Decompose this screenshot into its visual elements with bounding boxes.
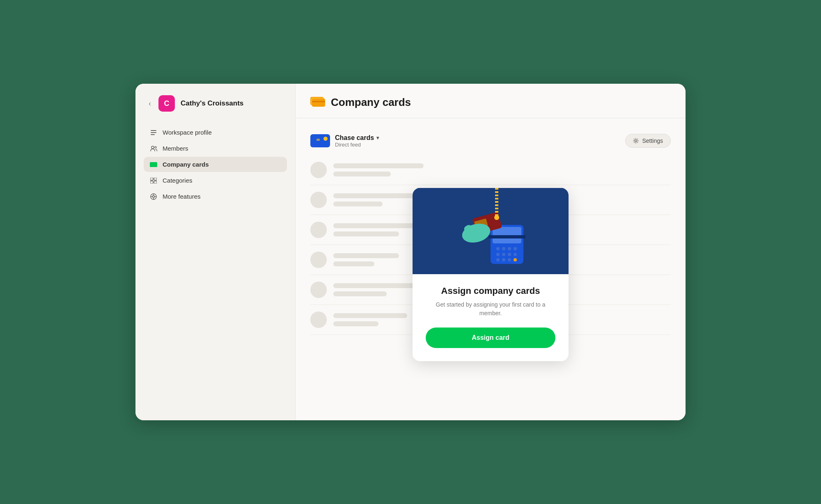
skeleton-line [333,313,407,318]
skeleton-line [333,202,383,206]
skeleton-lines-4 [333,253,399,266]
svg-point-36 [496,258,500,261]
card-selector[interactable]: Chase cards ▾ Direct feed [310,134,379,148]
content-area: Chase cards ▾ Direct feed Settings [296,118,686,370]
svg-point-37 [502,258,505,261]
svg-rect-46 [488,235,525,238]
sidebar-label-more-features: More features [163,193,201,200]
svg-point-3 [151,146,154,149]
svg-rect-11 [154,181,157,183]
chase-card-icon [310,134,330,147]
svg-rect-10 [150,181,153,183]
sidebar-label-workspace-profile: Workspace profile [163,129,212,136]
gear-icon [633,138,639,144]
modal-description: Get started by assigning your first card… [426,300,555,318]
svg-rect-21 [312,101,325,102]
sidebar-item-categories[interactable]: Categories [144,173,287,188]
svg-point-35 [514,253,517,256]
categories-icon [149,178,158,183]
skeleton-avatar-1 [310,162,327,178]
more-features-icon [149,193,158,200]
svg-point-24 [635,140,637,142]
skeleton-line [333,283,420,288]
nav-list: Workspace profile Members [144,125,287,204]
sidebar-item-company-cards[interactable]: Company cards [144,157,287,172]
app-container: ‹ C Cathy's Croissants Workspace profile [135,84,686,420]
workspace-profile-icon [149,129,158,136]
skeleton-line [333,321,378,326]
skeleton-avatar-4 [310,252,327,268]
card-selector-row: Chase cards ▾ Direct feed Settings [310,128,671,155]
svg-point-4 [155,147,156,148]
skeleton-line [333,261,374,266]
skeleton-line [333,172,391,176]
svg-point-31 [514,247,517,250]
skeleton-line [333,291,387,296]
main-content: Company cards Chase cards ▾ [296,84,686,420]
settings-label: Settings [642,137,663,144]
svg-rect-1 [151,132,156,133]
skeleton-line [333,193,415,198]
card-selector-subtitle: Direct feed [335,142,379,148]
skeleton-lines-2 [333,193,415,206]
svg-rect-8 [150,178,153,180]
company-cards-icon [149,162,158,167]
workspace-avatar: C [158,95,175,112]
svg-rect-23 [316,139,320,141]
settings-button[interactable]: Settings [625,134,671,148]
sidebar-item-workspace-profile[interactable]: Workspace profile [144,125,287,140]
sidebar-label-company-cards: Company cards [163,161,209,168]
skeleton-row-1 [310,155,671,185]
chevron-down-icon: ▾ [376,135,379,141]
svg-point-33 [502,253,505,256]
skeleton-lines-1 [333,163,424,176]
skeleton-avatar-3 [310,222,327,238]
skeleton-line [333,163,424,168]
svg-rect-0 [151,130,156,131]
main-header: Company cards [296,84,686,118]
page-title: Company cards [331,96,411,109]
svg-rect-2 [151,134,155,135]
svg-rect-7 [150,163,157,167]
svg-point-34 [508,253,511,256]
skeleton-lines-6 [333,313,407,326]
skeleton-line [333,253,399,258]
assign-card-button[interactable]: Assign card [426,328,555,348]
svg-point-32 [496,253,500,256]
svg-point-39 [514,258,517,261]
skeleton-avatar-6 [310,312,327,328]
modal-body: Assign company cards Get started by assi… [413,274,569,361]
card-selector-info: Chase cards ▾ Direct feed [335,134,379,148]
svg-point-30 [508,247,511,250]
svg-point-29 [502,247,505,250]
sidebar-label-categories: Categories [163,177,193,184]
skeleton-avatar-2 [310,192,327,208]
skeleton-lines-5 [333,283,420,296]
sidebar-item-more-features[interactable]: More features [144,189,287,204]
svg-rect-9 [154,178,157,180]
skeleton-container: Assign company cards Get started by assi… [310,155,671,360]
back-button[interactable]: ‹ [147,98,153,110]
members-icon [149,146,158,151]
sidebar-label-members: Members [163,145,188,152]
sidebar-item-members[interactable]: Members [144,141,287,156]
skeleton-line [333,231,399,236]
skeleton-avatar-5 [310,282,327,298]
svg-point-45 [494,215,499,220]
company-cards-header-icon [310,95,325,110]
assign-cards-modal: Assign company cards Get started by assi… [413,188,569,361]
sidebar-header: ‹ C Cathy's Croissants [144,95,287,112]
svg-point-28 [496,247,500,250]
workspace-name: Cathy's Croissants [181,99,243,108]
svg-point-38 [508,258,511,261]
modal-title: Assign company cards [426,286,555,296]
card-selector-name: Chase cards ▾ [335,134,379,142]
modal-illustration [413,188,569,274]
sidebar: ‹ C Cathy's Croissants Workspace profile [135,84,296,420]
svg-rect-20 [312,99,325,107]
